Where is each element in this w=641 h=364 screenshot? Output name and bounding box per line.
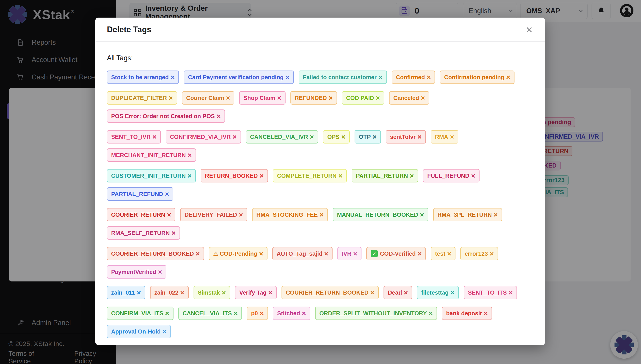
tag-chip: Dead× [384, 286, 412, 299]
remove-tag-icon[interactable]: × [171, 74, 175, 81]
tag-chip: Courier Claim× [182, 91, 234, 104]
tag-label: PARTIAL_REFUND [111, 191, 163, 198]
tag-row: DUPLICATE_FILTER×Courier Claim×Shop Clai… [107, 91, 533, 123]
tag-label: RETURN_BOOKED [205, 172, 258, 179]
remove-tag-icon[interactable]: × [341, 133, 346, 140]
remove-tag-icon[interactable]: × [302, 310, 306, 317]
remove-tag-icon[interactable]: × [450, 289, 455, 296]
remove-tag-icon[interactable]: × [429, 310, 433, 317]
remove-tag-icon[interactable]: × [353, 250, 358, 257]
remove-tag-icon[interactable]: × [165, 190, 169, 198]
remove-tag-icon[interactable]: × [158, 268, 162, 276]
remove-tag-icon[interactable]: × [180, 289, 184, 296]
tag-chip: filetesttag× [417, 286, 459, 299]
remove-tag-icon[interactable]: × [508, 289, 513, 296]
remove-tag-icon[interactable]: × [370, 289, 375, 296]
remove-tag-icon[interactable]: × [171, 230, 176, 236]
remove-tag-icon[interactable]: × [260, 310, 264, 317]
remove-tag-icon[interactable]: × [169, 94, 173, 102]
remove-tag-icon[interactable]: × [239, 211, 243, 218]
remove-tag-icon[interactable]: × [226, 94, 230, 102]
remove-tag-icon[interactable]: × [285, 74, 289, 81]
tag-chip: RMA_3PL_RETURN× [433, 208, 502, 222]
tag-chip: DELIVERY_FAILED× [180, 208, 247, 222]
warning-icon: ⚠ [213, 250, 218, 257]
tag-label: RMA_SELF_RETURN [111, 230, 170, 236]
tag-chip: zain_011× [107, 286, 145, 299]
remove-tag-icon[interactable]: × [372, 133, 377, 140]
tag-label: ORDER_SPLIT_WITHOUT_INVENTORY [319, 310, 427, 317]
remove-tag-icon[interactable]: × [268, 289, 273, 296]
remove-tag-icon[interactable]: × [234, 310, 238, 317]
tag-chip: error123× [460, 247, 498, 260]
remove-tag-icon[interactable]: × [310, 133, 314, 140]
tag-label: Failed to contact customer [303, 74, 377, 81]
remove-tag-icon[interactable]: × [404, 289, 408, 296]
tag-row: CONFIRM_VIA_ITS×CANCEL_VIA_ITS×p0×Stitch… [107, 306, 533, 338]
tag-label: bank deposit [446, 310, 482, 317]
tag-label: RMA_STOCKING_FEE [256, 211, 317, 218]
remove-tag-icon[interactable]: × [410, 172, 414, 179]
remove-tag-icon[interactable]: × [329, 94, 333, 102]
tag-label: COD-Pending [220, 250, 257, 257]
tag-label: Shop Claim [243, 94, 275, 102]
tag-row: SENT_TO_IVR×CONFIRMED_VIA_IVR×CANCELED_V… [107, 130, 533, 162]
remove-tag-icon[interactable]: × [490, 250, 494, 257]
remove-tag-icon[interactable]: × [167, 211, 171, 218]
tag-label: Courier Claim [186, 94, 224, 102]
remove-tag-icon[interactable]: × [447, 250, 451, 257]
remove-tag-icon[interactable]: × [376, 94, 380, 102]
tag-label: zain_011 [111, 289, 135, 296]
remove-tag-icon[interactable]: × [188, 172, 192, 179]
modal-header: Delete Tags × [95, 18, 545, 42]
tag-chip: zain_022× [150, 286, 189, 299]
tag-label: OPS [327, 134, 340, 140]
all-tags-label: All Tags: [107, 54, 533, 62]
remove-tag-icon[interactable]: × [417, 133, 422, 140]
remove-tag-icon[interactable]: × [152, 133, 157, 140]
remove-tag-icon[interactable]: × [484, 310, 488, 317]
tag-chip: Card Payment verification pending× [184, 70, 294, 84]
remove-tag-icon[interactable]: × [137, 289, 141, 296]
tag-chip: Confirmation pending× [440, 70, 514, 84]
remove-tag-icon[interactable]: × [506, 74, 510, 81]
remove-tag-icon[interactable]: × [471, 172, 475, 179]
tag-label: filetesttag [421, 289, 449, 296]
modal-body: All Tags: Stock to be arranged×Card Paym… [95, 42, 545, 345]
tag-chip: Stitched× [273, 306, 310, 320]
remove-tag-icon[interactable]: × [162, 328, 167, 335]
remove-tag-icon[interactable]: × [421, 94, 425, 102]
tag-chip: test× [431, 247, 455, 260]
remove-tag-icon[interactable]: × [259, 250, 263, 257]
tag-chip: PaymentVerified× [107, 265, 166, 278]
remove-tag-icon[interactable]: × [277, 94, 281, 102]
tag-chip: CONFIRMED_VIA_IVR× [166, 130, 241, 144]
remove-tag-icon[interactable]: × [188, 152, 192, 159]
remove-tag-icon[interactable]: × [450, 133, 454, 140]
close-icon[interactable]: × [526, 24, 532, 36]
remove-tag-icon[interactable]: × [494, 211, 498, 218]
screen: XStak® ReportsAccount WalletCash Payment… [0, 0, 641, 364]
remove-tag-icon[interactable]: × [222, 289, 226, 296]
remove-tag-icon[interactable]: × [378, 74, 383, 81]
remove-tag-icon[interactable]: × [427, 74, 431, 81]
remove-tag-icon[interactable]: × [319, 211, 324, 218]
remove-tag-icon[interactable]: × [165, 310, 169, 317]
tag-chip: bank deposit× [442, 306, 492, 320]
tag-chip: AUTO_Tag_sajid× [272, 247, 333, 260]
remove-tag-icon[interactable]: × [418, 250, 422, 257]
delete-tags-modal: Delete Tags × All Tags: Stock to be arra… [95, 18, 545, 345]
remove-tag-icon[interactable]: × [232, 133, 237, 140]
remove-tag-icon[interactable]: × [420, 211, 424, 218]
remove-tag-icon[interactable]: × [259, 172, 264, 179]
remove-tag-icon[interactable]: × [196, 250, 200, 257]
remove-tag-icon[interactable]: × [216, 112, 221, 120]
tag-label: AUTO_Tag_sajid [277, 250, 323, 257]
remove-tag-icon[interactable]: × [324, 250, 329, 257]
tag-chip: CUSTOMER_INIT_RETURN× [107, 169, 196, 182]
tag-chip: IVR× [338, 247, 362, 260]
tag-label: CONFIRMED_VIA_IVR [170, 134, 231, 140]
tag-chip: CANCELED_VIA_IVR× [246, 130, 318, 144]
modal-title: Delete Tags [107, 25, 151, 34]
remove-tag-icon[interactable]: × [338, 172, 343, 179]
